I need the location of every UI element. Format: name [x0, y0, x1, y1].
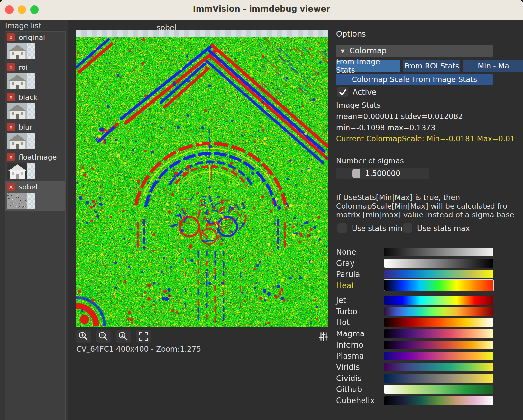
colormap-name: Cubehelix: [336, 396, 374, 405]
colormap-option-heat[interactable]: Heat: [336, 281, 493, 290]
colormap-option-inferno[interactable]: Inferno: [336, 341, 493, 350]
colormap-name: None: [336, 248, 356, 257]
colormap-name: Gray: [336, 259, 354, 268]
colormap-name: Inferno: [336, 341, 363, 350]
colormap-gradient-preview[interactable]: [384, 329, 493, 338]
colormap-name: Plasma: [336, 352, 364, 361]
window-title: ImmVision - immdebug viewer: [0, 4, 523, 14]
colormap-option-magma[interactable]: Magma: [336, 329, 493, 338]
colormap-name: Hot: [336, 318, 350, 327]
colormap-option-cividis[interactable]: Cividis: [336, 374, 493, 383]
app-body: Image list xoriginal xroi xblack xblur x…: [0, 20, 523, 420]
colormap-option-hot[interactable]: Hot: [336, 318, 493, 327]
colormap-option-github[interactable]: Github: [336, 385, 493, 394]
colormap-option-jet[interactable]: Jet: [336, 296, 493, 305]
colormap-name: Cividis: [336, 374, 362, 383]
colormap-option-parula[interactable]: Parula: [336, 270, 493, 279]
colormap-option-gray[interactable]: Gray: [336, 259, 493, 268]
colormap-list: NoneGrayParulaHeatJetTurboHotMagmaInfern…: [0, 20, 523, 420]
colormap-gradient-preview[interactable]: [384, 318, 493, 327]
colormap-gradient-preview[interactable]: [384, 374, 493, 383]
colormap-gradient-preview[interactable]: [384, 352, 493, 360]
colormap-name: Github: [336, 385, 362, 394]
app-window: ImmVision - immdebug viewer Image list x…: [0, 0, 523, 420]
colormap-gradient-preview[interactable]: [384, 270, 493, 278]
colormap-gradient-preview[interactable]: [384, 280, 493, 291]
colormap-gradient-preview[interactable]: [384, 296, 493, 305]
colormap-gradient-preview[interactable]: [384, 341, 493, 349]
colormap-name: Turbo: [336, 307, 357, 316]
colormap-name: Viridis: [336, 363, 360, 372]
colormap-gradient-preview[interactable]: [384, 307, 493, 316]
colormap-name: Jet: [336, 296, 346, 305]
colormap-gradient-preview[interactable]: [384, 248, 493, 256]
colormap-option-turbo[interactable]: Turbo: [336, 307, 493, 316]
colormap-option-none[interactable]: None: [336, 248, 493, 257]
colormap-gradient-preview[interactable]: [384, 363, 493, 371]
colormap-gradient-preview[interactable]: [384, 385, 493, 394]
colormap-name: Heat: [336, 281, 354, 290]
colormap-option-cubehelix[interactable]: Cubehelix: [336, 396, 493, 405]
colormap-name: Magma: [336, 329, 365, 338]
colormap-gradient-preview[interactable]: [384, 396, 493, 405]
colormap-name: Parula: [336, 270, 360, 279]
titlebar: ImmVision - immdebug viewer: [0, 0, 523, 20]
colormap-option-plasma[interactable]: Plasma: [336, 352, 493, 361]
colormap-gradient-preview[interactable]: [384, 259, 493, 268]
colormap-option-viridis[interactable]: Viridis: [336, 363, 493, 372]
